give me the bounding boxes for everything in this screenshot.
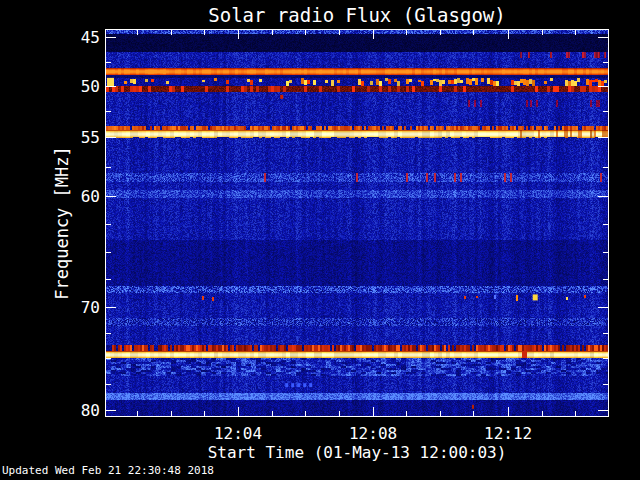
spectrogram-page: Solar radio Flux (Glasgow) Frequency [MH… [0,0,640,480]
x-axis-label: Start Time (01-May-13 12:00:03) [208,443,507,462]
y-tick-label: 80 [81,401,100,420]
x-tick-label: 12:08 [349,424,397,443]
y-tick-label: 55 [81,128,100,147]
x-tick-label: 12:04 [214,424,262,443]
spectrogram-canvas [105,29,609,417]
y-tick-label: 60 [81,187,100,206]
updated-timestamp: Updated Wed Feb 21 22:30:48 2018 [2,464,214,477]
chart-title: Solar radio Flux (Glasgow) [208,4,505,26]
y-tick-label: 50 [81,77,100,96]
y-tick-label: 70 [81,298,100,317]
x-tick-label: 12:12 [484,424,532,443]
y-axis-label: Frequency [MHz] [52,146,72,300]
y-tick-label: 45 [81,28,100,47]
